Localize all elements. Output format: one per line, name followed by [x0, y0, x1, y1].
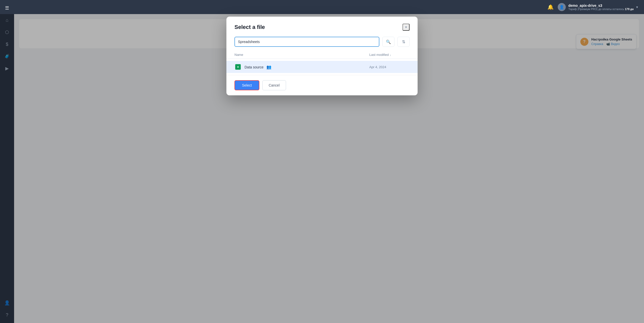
main-area: 🔔 👤 demo_apix-drive_s3 Тариф |Премиум PR…	[14, 0, 644, 323]
col-name-header: Name	[234, 53, 369, 57]
username-label: demo_apix-drive_s3	[568, 4, 634, 8]
file-list: + Data source 👥 Apr 4, 2024	[226, 59, 418, 75]
avatar: 👤	[558, 3, 566, 11]
right-panel: йки Фильтр Тест Финиш	[14, 14, 644, 323]
file-name-label: Data source 👥	[245, 65, 369, 69]
chevron-down-icon[interactable]: ▾	[636, 5, 638, 9]
dialog-footer: Select Cancel	[226, 75, 418, 95]
sort-icon: ⇅	[402, 39, 405, 44]
cancel-button[interactable]: Cancel	[262, 80, 286, 90]
select-button[interactable]: Select	[234, 80, 259, 90]
search-icon: 🔍	[386, 39, 391, 44]
dialog-toolbar: 🔍 ⇅	[226, 35, 418, 51]
plan-label: Тариф |Премиум PRO| до оплаты осталось 1…	[568, 8, 634, 11]
file-date-label: Apr 4, 2024	[369, 65, 410, 69]
select-file-dialog: Select a file × 🔍 ⇅	[226, 17, 418, 95]
content-area: йки Фильтр Тест Финиш	[14, 14, 644, 323]
sort-arrow-icon: ↓	[390, 53, 391, 56]
user-menu[interactable]: 👤 demo_apix-drive_s3 Тариф |Премиум PRO|…	[558, 3, 638, 11]
col-date-header: Last modified ↓	[369, 53, 410, 57]
sheets-file-icon: +	[234, 63, 242, 70]
sort-button[interactable]: ⇅	[397, 37, 410, 47]
table-row[interactable]: + Data source 👥 Apr 4, 2024	[226, 61, 418, 73]
search-button[interactable]: 🔍	[382, 37, 394, 47]
table-header: Name Last modified ↓	[226, 51, 418, 59]
menu-icon[interactable]: ☰	[2, 3, 12, 13]
shared-users-icon: 👥	[266, 65, 271, 69]
dialog-overlay: Select a file × 🔍 ⇅	[0, 14, 644, 323]
close-button[interactable]: ×	[403, 24, 410, 31]
topbar: 🔔 👤 demo_apix-drive_s3 Тариф |Премиум PR…	[14, 0, 644, 14]
dialog-header: Select a file ×	[226, 17, 418, 35]
search-input[interactable]	[234, 37, 379, 47]
dialog-title: Select a file	[234, 24, 265, 30]
notification-bell-icon[interactable]: 🔔	[547, 4, 554, 10]
